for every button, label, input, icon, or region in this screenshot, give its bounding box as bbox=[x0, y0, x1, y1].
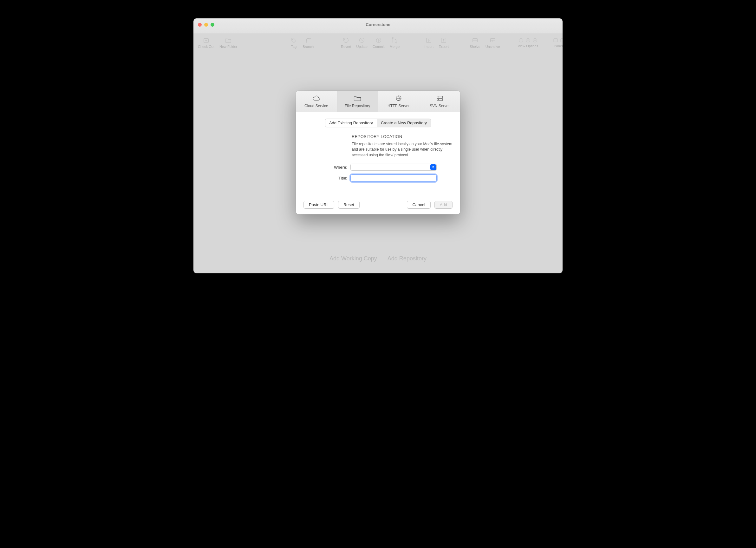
add-repository-link[interactable]: Add Repository bbox=[388, 255, 427, 262]
toolbar-import[interactable]: Import bbox=[421, 36, 436, 49]
toolbar: Check Out New Folder Tag Branch Revert bbox=[193, 34, 563, 51]
globe-icon bbox=[394, 95, 403, 102]
app-title: Cornerstone bbox=[193, 22, 563, 27]
toolbar-shelve-label: Shelve bbox=[470, 45, 480, 49]
toolbar-checkout[interactable]: Check Out bbox=[195, 36, 217, 49]
unshelve-icon bbox=[489, 37, 496, 44]
toolbar-unshelve[interactable]: Unshelve bbox=[483, 36, 503, 49]
panel-left-icon bbox=[553, 37, 558, 43]
section-description: File repositories are stored locally on … bbox=[352, 141, 453, 158]
tab-file-repository-label: File Repository bbox=[345, 104, 370, 108]
svg-rect-17 bbox=[561, 39, 563, 42]
svg-point-7 bbox=[396, 42, 397, 43]
connection-type-tabs: Cloud Service File Repository HTTP Serve… bbox=[296, 91, 460, 112]
svg-point-3 bbox=[306, 42, 307, 43]
paste-url-button[interactable]: Paste URL bbox=[303, 201, 334, 209]
stop-icon bbox=[525, 37, 531, 43]
cloud-icon bbox=[312, 95, 321, 102]
svg-point-2 bbox=[306, 38, 307, 39]
merge-icon bbox=[391, 37, 398, 44]
add-button[interactable]: Add bbox=[434, 201, 453, 209]
checkout-icon bbox=[203, 37, 210, 44]
toolbar-tag[interactable]: Tag bbox=[287, 36, 300, 49]
chevron-up-down-icon bbox=[430, 164, 436, 170]
folder-icon bbox=[353, 95, 362, 102]
branch-icon bbox=[305, 37, 312, 44]
shelve-icon bbox=[472, 37, 479, 44]
svg-point-22 bbox=[438, 99, 439, 100]
where-label: Where: bbox=[303, 165, 350, 170]
import-icon bbox=[425, 37, 432, 44]
tab-http-server-label: HTTP Server bbox=[388, 104, 410, 108]
title-label: Title: bbox=[303, 176, 350, 180]
section-title: REPOSITORY LOCATION bbox=[352, 134, 453, 139]
revert-icon bbox=[342, 37, 349, 44]
add-working-copy-link[interactable]: Add Working Copy bbox=[329, 255, 377, 262]
toolbar-panels[interactable]: Panels bbox=[550, 36, 563, 48]
toolbar-view-options[interactable]: View Options bbox=[515, 36, 541, 48]
server-icon bbox=[435, 95, 444, 102]
svg-rect-16 bbox=[554, 39, 557, 42]
sheet-button-bar: Paste URL Reset Cancel Add bbox=[296, 191, 460, 214]
panel-right-icon bbox=[560, 37, 563, 43]
tag-icon bbox=[290, 37, 297, 44]
toolbar-update-label: Update bbox=[356, 45, 367, 49]
update-icon bbox=[358, 37, 365, 44]
toolbar-export-label: Export bbox=[439, 45, 449, 49]
cancel-button[interactable]: Cancel bbox=[407, 201, 430, 209]
add-repository-sheet: Cloud Service File Repository HTTP Serve… bbox=[296, 91, 460, 214]
new-folder-icon bbox=[225, 37, 232, 44]
svg-point-1 bbox=[292, 39, 293, 39]
toolbar-tag-label: Tag bbox=[291, 45, 297, 49]
repository-mode-segmented: Add Existing Repository Create a New Rep… bbox=[325, 119, 431, 127]
info-icon bbox=[518, 37, 524, 43]
tab-svn-server[interactable]: SVN Server bbox=[419, 91, 460, 112]
tab-svn-server-label: SVN Server bbox=[430, 104, 450, 108]
commit-icon bbox=[375, 37, 382, 44]
toolbar-panels-label: Panels bbox=[554, 44, 563, 48]
toolbar-commit-label: Commit bbox=[373, 45, 385, 49]
add-icon bbox=[532, 37, 538, 43]
toolbar-update[interactable]: Update bbox=[354, 36, 370, 49]
where-value bbox=[350, 164, 437, 171]
toolbar-import-label: Import bbox=[424, 45, 433, 49]
toolbar-checkout-label: Check Out bbox=[198, 45, 214, 49]
tab-file-repository[interactable]: File Repository bbox=[337, 91, 378, 112]
svg-point-21 bbox=[438, 97, 439, 97]
toolbar-branch-label: Branch bbox=[303, 45, 314, 49]
reset-button[interactable]: Reset bbox=[338, 201, 360, 209]
tab-cloud-service[interactable]: Cloud Service bbox=[296, 91, 337, 112]
segment-create-new[interactable]: Create a New Repository bbox=[377, 119, 431, 127]
toolbar-new-folder[interactable]: New Folder bbox=[217, 36, 240, 49]
tab-cloud-service-label: Cloud Service bbox=[304, 104, 328, 108]
toolbar-view-options-label: View Options bbox=[518, 44, 538, 48]
export-icon bbox=[440, 37, 447, 44]
toolbar-branch[interactable]: Branch bbox=[300, 36, 316, 49]
toolbar-merge-label: Merge bbox=[390, 45, 400, 49]
empty-state-actions: Add Working Copy Add Repository bbox=[193, 255, 563, 262]
tab-http-server[interactable]: HTTP Server bbox=[378, 91, 420, 112]
where-popup-button[interactable] bbox=[350, 164, 437, 171]
titlebar: Cornerstone bbox=[193, 18, 563, 34]
toolbar-unshelve-label: Unshelve bbox=[486, 45, 500, 49]
toolbar-revert[interactable]: Revert bbox=[338, 36, 354, 49]
toolbar-export[interactable]: Export bbox=[436, 36, 451, 49]
title-input[interactable] bbox=[350, 174, 437, 182]
segment-add-existing[interactable]: Add Existing Repository bbox=[325, 119, 377, 127]
toolbar-revert-label: Revert bbox=[341, 45, 351, 49]
toolbar-new-folder-label: New Folder bbox=[219, 45, 237, 49]
toolbar-merge[interactable]: Merge bbox=[387, 36, 402, 49]
toolbar-shelve[interactable]: Shelve bbox=[467, 36, 483, 49]
toolbar-commit[interactable]: Commit bbox=[370, 36, 387, 49]
app-window: Cornerstone Check Out New Folder Tag Bra… bbox=[193, 18, 563, 273]
